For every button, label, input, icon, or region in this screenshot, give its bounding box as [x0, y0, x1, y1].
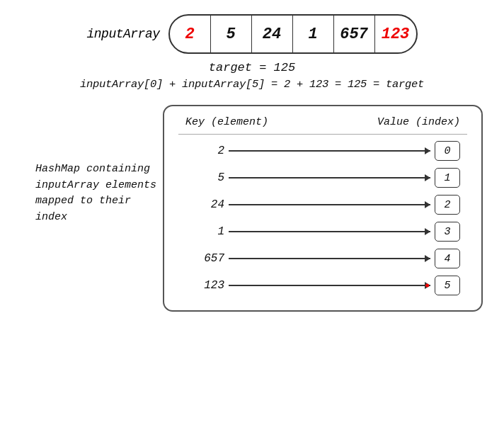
row-dot-5	[425, 284, 429, 288]
hashmap-label-line3: mapped to their index	[35, 195, 131, 223]
row-value-4: 4	[435, 249, 460, 268]
row-value-1: 1	[435, 168, 460, 188]
row-arrow-0	[229, 144, 430, 158]
row-key-2: 24	[185, 198, 224, 211]
equation-line: inputArray[0] + inputArray[5] = 2 + 123 …	[0, 78, 504, 91]
row-key-4: 657	[185, 252, 224, 265]
hashmap-section: HashMap containing inputArray elements m…	[35, 105, 483, 312]
header-key: Key (element)	[185, 116, 268, 128]
arrow-line-3	[229, 231, 430, 232]
array-cell-0: 2	[170, 16, 211, 52]
row-key-1: 5	[185, 171, 224, 184]
target-text: target = 125	[209, 61, 295, 74]
row-value-5: 5	[435, 276, 460, 295]
table-row-4: 6574	[178, 245, 467, 272]
hashmap-label-line1: HashMap containing	[35, 163, 150, 175]
arrow-line-2	[229, 204, 430, 205]
array-label: inputArray	[86, 27, 159, 41]
row-value-2: 2	[435, 195, 460, 215]
header-value: Value (index)	[377, 116, 460, 128]
table-row-0: 20	[178, 137, 467, 164]
hashmap-label-line2: inputArray elements	[35, 179, 156, 191]
array-cell-3: 1	[293, 16, 334, 52]
table-row-5: 1235	[178, 272, 467, 299]
table-header: Key (element) Value (index)	[178, 113, 467, 135]
arrow-line-4	[229, 258, 430, 259]
row-value-0: 0	[435, 141, 460, 161]
row-key-3: 1	[185, 225, 224, 238]
row-arrow-1	[229, 171, 430, 185]
array-cell-2: 24	[252, 16, 293, 52]
arrow-line-0	[229, 150, 430, 152]
row-arrow-3	[229, 225, 430, 239]
page: inputArray 25241657123 target = 125 inpu…	[0, 0, 504, 425]
row-key-5: 123	[185, 279, 224, 292]
hashmap-label: HashMap containing inputArray elements m…	[35, 105, 163, 225]
hashmap-table: Key (element) Value (index) 205124213657…	[163, 105, 483, 312]
row-value-3: 3	[435, 222, 460, 242]
arrow-line-1	[229, 177, 430, 178]
array-section: inputArray 25241657123 target = 125	[0, 14, 504, 74]
table-row-3: 13	[178, 218, 467, 245]
row-arrow-4	[229, 251, 430, 266]
array-cells: 25241657123	[168, 14, 418, 54]
array-cell-1: 5	[211, 16, 252, 52]
table-row-1: 51	[178, 164, 467, 191]
array-row: inputArray 25241657123	[86, 14, 417, 54]
row-arrow-5	[229, 278, 430, 293]
hashmap-rows: 20512421365741235	[178, 137, 467, 299]
array-cell-5: 123	[375, 16, 416, 52]
table-row-2: 242	[178, 191, 467, 218]
array-cell-4: 657	[334, 16, 375, 52]
row-arrow-2	[229, 198, 430, 212]
row-key-0: 2	[185, 144, 224, 157]
arrow-line-5	[229, 285, 430, 286]
